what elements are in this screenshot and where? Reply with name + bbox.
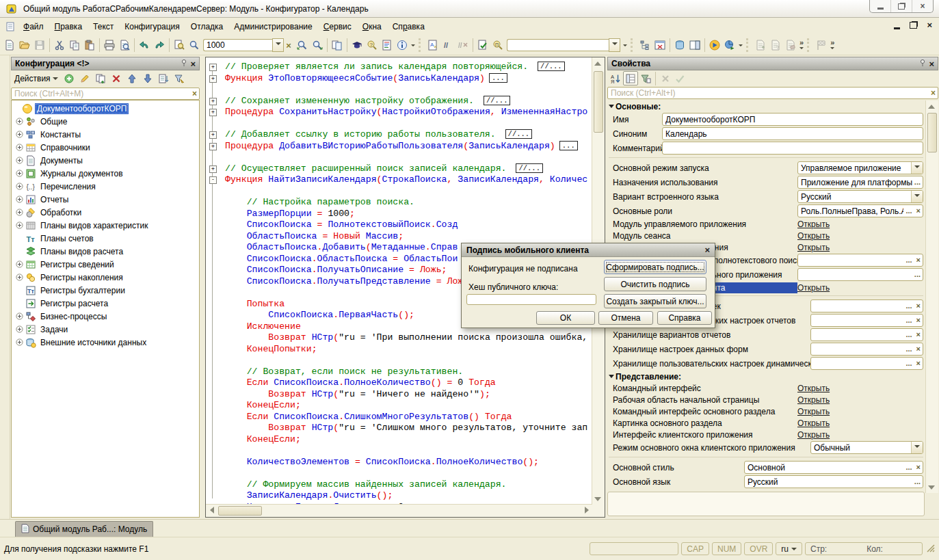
ellipsis-button[interactable]: ... (912, 271, 923, 278)
dropdown-icon[interactable] (911, 442, 923, 453)
check-page-icon[interactable] (475, 38, 490, 53)
collapsed-block-marker[interactable]: //... (516, 163, 543, 173)
properties-vertical-scrollbar[interactable] (925, 101, 938, 493)
sort-page-icon[interactable] (156, 71, 171, 86)
property-value-control[interactable] (662, 142, 923, 155)
toolbar-grip[interactable] (746, 38, 751, 52)
tree-item[interactable]: Регистры сведений (12, 258, 199, 271)
dropdown-caret-icon[interactable] (410, 38, 416, 53)
tree-small-icon[interactable] (637, 38, 652, 53)
open-link[interactable]: Открыть (797, 430, 830, 440)
ellipsis-button[interactable]: ... (903, 256, 914, 264)
ellipsis-button[interactable]: ... (912, 478, 923, 485)
expand-icon[interactable] (15, 261, 24, 268)
property-value-control[interactable]: Календарь (662, 127, 923, 140)
win-x-icon[interactable] (652, 38, 667, 53)
find-prev-icon[interactable] (310, 38, 325, 53)
menu-text[interactable]: Текст (88, 20, 119, 34)
print-preview-icon[interactable] (117, 38, 132, 53)
clear-value-icon[interactable]: × (914, 464, 923, 471)
expand-icon[interactable] (15, 196, 24, 203)
property-value-control[interactable]: Русский (797, 190, 923, 203)
delete-x-icon[interactable] (109, 71, 124, 86)
property-value-control[interactable]: Управляемое приложение (797, 161, 923, 174)
open-link[interactable]: Открыть (797, 231, 830, 241)
collapsed-block-marker[interactable]: ... (559, 141, 578, 150)
pin-icon[interactable] (181, 59, 187, 69)
ellipsis-button[interactable]: ... (903, 317, 914, 324)
scroll-right-icon[interactable] (581, 505, 592, 516)
sort-az-icon[interactable]: АЯ (609, 72, 622, 85)
open-link[interactable]: Открыть (797, 219, 830, 229)
fold-expand-icon[interactable]: + (209, 109, 217, 116)
ellipsis-button[interactable]: ... (903, 331, 914, 338)
check-gray-icon[interactable] (673, 72, 687, 85)
expand-icon[interactable] (15, 183, 24, 190)
open-link[interactable]: Открыть (797, 243, 830, 252)
collapsed-block-marker[interactable]: ... (489, 73, 507, 83)
menu-configuration[interactable]: Конфигурация (119, 20, 185, 34)
help-button[interactable]: Справка (657, 311, 712, 325)
menu-administration[interactable]: Администрирование (228, 20, 317, 34)
tree-item[interactable]: Журналы документов (12, 167, 199, 180)
clear-value-icon[interactable]: × (914, 207, 923, 215)
menu-edit[interactable]: Правка (49, 20, 88, 34)
expand-icon[interactable] (15, 338, 24, 346)
clear-value-icon[interactable]: × (914, 360, 923, 367)
tree-item[interactable]: Справочники (12, 141, 199, 154)
page-plus-icon[interactable] (753, 38, 768, 53)
page-eraser-icon[interactable] (783, 38, 798, 53)
expand-icon[interactable] (15, 157, 24, 164)
scrollbar-thumb[interactable] (594, 71, 603, 133)
property-value-control[interactable]: ...× (810, 299, 923, 312)
expand-icon[interactable] (15, 209, 24, 216)
tree-item[interactable]: Регистры накопления (12, 271, 199, 284)
dropdown-caret-icon[interactable] (622, 38, 629, 53)
property-section-header[interactable]: Основные: (607, 101, 925, 112)
procedures-combo-input[interactable] (507, 39, 609, 51)
tree-item[interactable]: Задачи (12, 323, 199, 336)
mdi-minimize-button[interactable] (894, 27, 900, 29)
edit-pencil-icon[interactable] (77, 71, 92, 86)
resize-grip[interactable] (925, 543, 935, 555)
paste-icon[interactable] (82, 38, 97, 53)
copy-pages-icon[interactable] (330, 38, 345, 53)
fold-expand-icon[interactable]: + (209, 98, 217, 105)
panel-icon[interactable] (687, 38, 702, 53)
tree-item[interactable]: Внешние источники данных (12, 336, 199, 349)
close-icon[interactable]: × (704, 245, 710, 254)
open-link[interactable]: Открыть (797, 384, 830, 393)
fold-collapse-icon[interactable]: - (209, 176, 217, 184)
tree-item[interactable]: Бизнес-процессы (12, 310, 199, 323)
collapsed-block-marker[interactable]: //... (538, 62, 565, 71)
combo-dropdown-icon[interactable] (272, 38, 284, 52)
ellipsis-button[interactable]: ... (903, 207, 914, 215)
save-icon[interactable] (32, 38, 47, 53)
toolbar-grip[interactable] (807, 38, 812, 52)
tree-item[interactable]: Регистры расчета (12, 297, 199, 310)
up-arrow-icon[interactable] (124, 71, 140, 86)
cancel-button[interactable]: Отмена (598, 311, 653, 325)
format-doc-icon[interactable]: А (425, 38, 440, 53)
flag-icon[interactable] (814, 38, 829, 53)
mdi-restore-button[interactable] (910, 22, 917, 29)
pin-icon[interactable] (919, 59, 926, 69)
tree-item[interactable]: Константы (12, 128, 199, 141)
property-section-header[interactable]: Представление: (607, 371, 925, 382)
scrollbar-thumb[interactable] (218, 506, 262, 516)
filter-pencil-icon[interactable] (172, 71, 187, 86)
redo-icon[interactable] (152, 38, 167, 53)
mdi-close-button[interactable]: × (927, 21, 932, 30)
window-close-button[interactable]: × (912, 0, 933, 12)
comment-icon[interactable]: // (440, 38, 455, 53)
menu-windows[interactable]: Окна (357, 20, 387, 34)
generate-signature-button[interactable]: Сформировать подпись... (604, 260, 706, 274)
tree-item[interactable]: Планы видов характеристик (12, 219, 199, 232)
tree-item[interactable]: Документы (12, 154, 199, 167)
categories-icon[interactable] (623, 71, 638, 85)
expand-icon[interactable] (15, 170, 24, 177)
info-icon[interactable] (395, 38, 410, 53)
expand-icon[interactable] (15, 118, 24, 125)
property-value-control[interactable]: ...× (810, 314, 923, 327)
scroll-up-icon[interactable] (926, 101, 937, 111)
